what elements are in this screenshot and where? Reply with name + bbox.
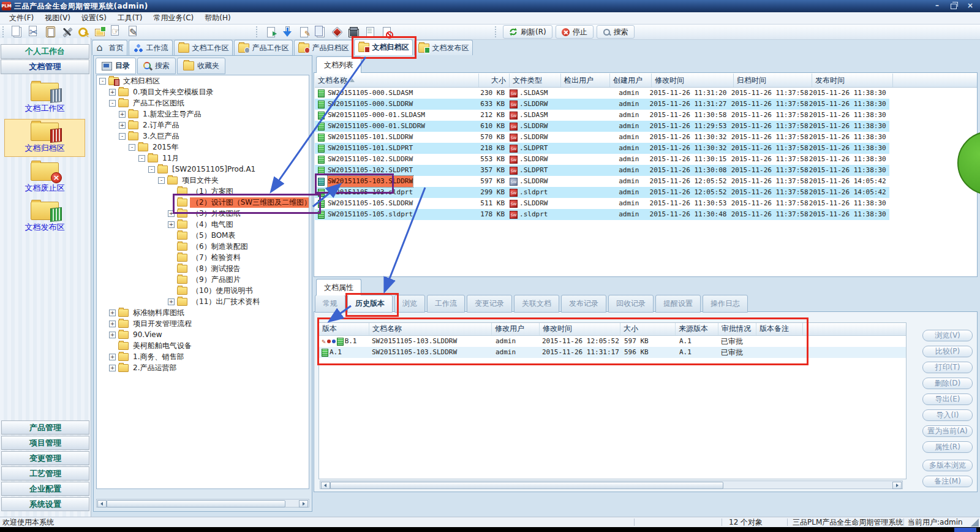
table-row[interactable]: SW20151105-105.sldprt178 KBSW.sldprtadmi…	[315, 209, 889, 220]
tree-tab-收藏夹[interactable]: 收藏夹	[177, 58, 225, 74]
doc-list-tab[interactable]: 文档列表	[316, 56, 361, 73]
version-button-打印(T)[interactable]: 打印(T)	[922, 362, 973, 373]
menu-item[interactable]: 设置(S)	[76, 12, 112, 24]
tree-node[interactable]: 美柯船舶电气设备	[97, 340, 309, 351]
scrollbar-thumb[interactable]	[107, 500, 285, 507]
tab-产品工作区[interactable]: 产品工作区	[234, 40, 293, 55]
refresh-button[interactable]: 刷新(R)	[503, 25, 552, 39]
tree-node[interactable]: +标准物料库图纸	[97, 307, 309, 318]
tree-node-label[interactable]: （8）测试报告	[190, 264, 243, 274]
tree-node-label[interactable]: （9）产品图片	[190, 275, 243, 285]
scroll-left-arrow[interactable]	[321, 482, 330, 489]
menu-item[interactable]: 视图(V)	[39, 12, 76, 24]
version-row[interactable]: ✎B.1SW20151105-103.SLDDRWadmin2015-11-26…	[319, 336, 906, 347]
tree-expand-toggle[interactable]: -	[129, 144, 135, 151]
tree-node[interactable]: +1.新宏业主导产品	[97, 108, 309, 120]
new-folder-icon[interactable]	[93, 25, 107, 39]
menu-item[interactable]: 工具(T)	[112, 12, 148, 24]
tree-node[interactable]: （1）方案图	[97, 186, 309, 197]
sidebar-item-文档废止区[interactable]: 文档废止区	[4, 159, 85, 197]
tree-expand-toggle[interactable]: -	[99, 78, 106, 85]
tree-node-label[interactable]: 文档归档区	[121, 76, 162, 86]
version-button-比较(P)[interactable]: 比较(P)	[922, 346, 973, 357]
table-row[interactable]: SW20151105-103.SLDDRW597 KBSW.SLDDRWadmi…	[315, 176, 889, 187]
tree-expand-toggle[interactable]: +	[109, 310, 116, 316]
sidebar-item-文档归档区[interactable]: 文档归档区	[4, 119, 85, 157]
tree-node-label[interactable]: 美柯船舶电气设备	[131, 341, 194, 351]
tree-expand-toggle[interactable]: +	[109, 354, 116, 360]
menu-item[interactable]: 文件(F)	[4, 12, 39, 24]
sidebar-section-document-management[interactable]: 文档管理	[1, 59, 89, 74]
tree-expand-toggle[interactable]: +	[109, 365, 116, 371]
sidebar-section-personal-workspace[interactable]: 个人工作台	[1, 44, 89, 59]
tree-expand-toggle[interactable]: +	[109, 332, 116, 338]
version-button-导出(E)[interactable]: 导出(E)	[922, 393, 973, 405]
table-row[interactable]: SW20151105-101.SLDDRW570 KBSW.SLDDRWadmi…	[315, 132, 889, 143]
sidebar-section-系统设置[interactable]: 系统设置	[1, 497, 89, 511]
version-row[interactable]: A.1SW20151105-103.SLDDRWadmin2015-11-26 …	[319, 347, 906, 358]
tree-node[interactable]: （2）设计图（SW三维图及二维图）	[97, 197, 309, 208]
tree-node-label[interactable]: （11）出厂技术资料	[190, 297, 262, 307]
tree-node[interactable]: （9）产品图片	[97, 274, 309, 285]
column-header-大小[interactable]: 大小	[479, 74, 510, 87]
download-icon[interactable]	[281, 25, 294, 39]
tree-horizontal-scrollbar[interactable]	[96, 499, 309, 507]
copy-icon[interactable]	[10, 25, 24, 39]
sidebar-section-变更管理[interactable]: 变更管理	[1, 451, 89, 465]
tree-expand-toggle[interactable]: +	[168, 221, 175, 228]
tree-node-label[interactable]: （2）设计图（SW三维图及二维图）	[190, 197, 309, 208]
scrollbar-thumb[interactable]	[330, 482, 723, 489]
subtab-提醒设置[interactable]: 提醒设置	[655, 295, 701, 313]
table-row[interactable]: SW20151105-105.SLDDRW511 KBSW.SLDDRWadmi…	[315, 198, 889, 209]
table-row[interactable]: SW20151105-000.SLDDRW633 KBSW.SLDDRWadmi…	[315, 99, 889, 110]
version-button-备注(M)[interactable]: 备注(M)	[922, 476, 973, 487]
tree-node-label[interactable]: （6）制造装配图	[190, 241, 250, 252]
version-column-header-文档名称[interactable]: 文档名称	[369, 323, 492, 335]
tree-node[interactable]: -[SW20151105]Prod.A1	[97, 164, 309, 175]
version-button-删除(D)[interactable]: 删除(D)	[922, 378, 973, 389]
tree-node[interactable]: -11月	[97, 153, 309, 164]
checkout-doc-icon[interactable]	[264, 25, 277, 39]
version-button-属性(R)[interactable]: 属性(R)	[922, 441, 973, 453]
column-header-归档时间[interactable]: 归档时间	[734, 74, 812, 87]
version-column-header-版本[interactable]: 版本	[319, 323, 369, 335]
column-header-文档名称[interactable]: 文档名称	[315, 74, 479, 87]
version-column-header-来源版本[interactable]: 来源版本	[676, 323, 718, 335]
tree-node-label[interactable]: 项目文件夹	[180, 175, 221, 186]
tree-node[interactable]: -项目文件夹	[97, 175, 309, 186]
version-button-置为当前(A)[interactable]: 置为当前(A)	[922, 425, 973, 437]
subtab-工作流[interactable]: 工作流	[427, 295, 465, 313]
tree-node-label[interactable]: （7）检验资料	[190, 253, 243, 263]
subtab-浏览[interactable]: 浏览	[394, 295, 425, 313]
pointer-icon[interactable]	[110, 25, 123, 39]
tree-node[interactable]: +2.订单产品	[97, 120, 309, 131]
tree-node-label[interactable]: 3.久巨产品	[141, 131, 181, 142]
column-header-修改时间[interactable]: 修改时间	[652, 74, 734, 87]
restore-button[interactable]	[948, 1, 960, 10]
tree-node-label[interactable]: [SW20151105]Prod.A1	[170, 165, 257, 173]
version-horizontal-scrollbar[interactable]	[320, 481, 903, 489]
resize-grip[interactable]	[971, 519, 979, 526]
tree-expand-toggle[interactable]: -	[138, 155, 145, 162]
tree-node-label[interactable]: 1.商务、销售部	[131, 352, 186, 362]
tree-node[interactable]: +项目开发管理流程	[97, 318, 309, 329]
column-header-检出用户[interactable]: 检出用户	[561, 74, 610, 87]
tree-node[interactable]: （5）BOM表	[97, 230, 309, 241]
tree-node[interactable]: -产品工作区图纸	[97, 97, 309, 108]
doc-block-icon[interactable]	[380, 25, 393, 39]
scroll-right-arrow[interactable]	[892, 482, 902, 489]
tree-expand-toggle[interactable]: +	[119, 111, 126, 118]
scroll-left-arrow[interactable]	[97, 500, 107, 507]
tree-node[interactable]: （6）制造装配图	[97, 241, 309, 252]
tree-node[interactable]: +2.产品运营部	[97, 362, 309, 373]
tree-node[interactable]: +（11）出厂技术资料	[97, 296, 309, 307]
subtab-操作日志[interactable]: 操作日志	[703, 295, 748, 313]
tree-node[interactable]: -3.久巨产品	[97, 131, 309, 142]
menu-item[interactable]: 帮助(H)	[199, 12, 236, 24]
tree-node-label[interactable]: （10）使用说明书	[190, 286, 254, 296]
tree-node-label[interactable]: （5）BOM表	[190, 230, 237, 241]
doc-list-icon[interactable]	[363, 25, 377, 39]
subtab-常规[interactable]: 常规	[315, 295, 345, 313]
tree-node-label[interactable]: 90.View	[131, 330, 164, 339]
minimize-button[interactable]: –	[931, 1, 943, 10]
